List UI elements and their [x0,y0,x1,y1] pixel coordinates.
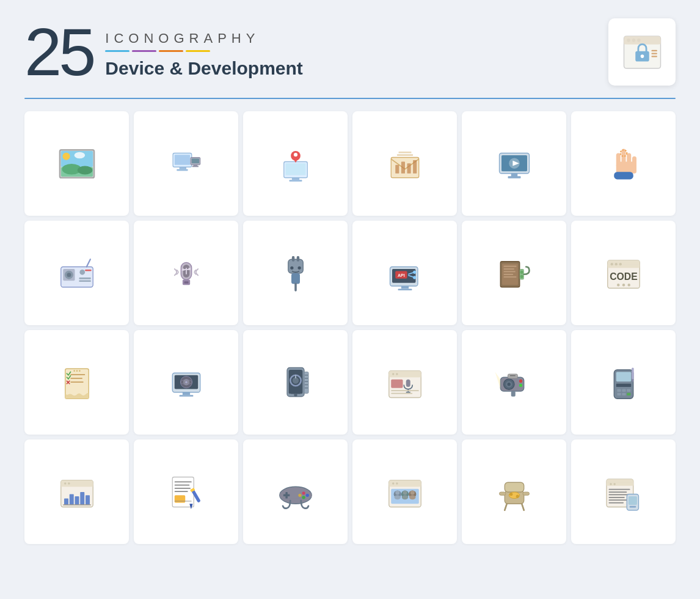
svg-point-208 [395,490,399,494]
device-settings-icon-cell [243,330,348,435]
svg-point-33 [293,153,297,156]
svg-rect-185 [174,484,189,485]
svg-rect-179 [75,496,79,505]
svg-rect-164 [617,389,621,391]
svg-marker-160 [495,372,500,389]
svg-rect-231 [608,491,627,493]
svg-rect-217 [505,482,524,492]
svg-point-139 [300,393,302,395]
svg-point-221 [509,492,512,495]
svg-rect-72 [288,259,303,273]
svg-point-98 [520,274,523,277]
svg-rect-162 [616,372,631,381]
svg-rect-95 [503,276,516,277]
svg-point-103 [614,262,617,265]
svg-rect-166 [627,389,630,391]
svg-rect-38 [407,163,410,174]
svg-point-18 [77,166,92,174]
svg-point-138 [294,393,297,396]
svg-point-228 [610,483,612,485]
svg-rect-30 [291,177,299,180]
video-monitor-icon-cell [462,111,566,216]
header-divider [24,98,676,99]
svg-rect-29 [285,163,305,175]
svg-point-59 [79,269,85,274]
svg-point-7 [640,54,644,58]
data-cable-icon-cell [462,221,566,325]
svg-point-78 [297,266,301,269]
email-stats-icon-cell [352,111,457,216]
svg-rect-93 [503,271,515,272]
svg-point-143 [392,373,395,375]
svg-point-229 [613,483,616,485]
svg-rect-25 [191,158,199,163]
svg-point-175 [64,482,67,485]
svg-rect-23 [177,169,188,171]
svg-point-205 [396,482,398,485]
svg-rect-232 [608,494,629,495]
location-map-icon-cell [243,111,348,216]
svg-rect-196 [285,492,288,499]
title-text: Device & Development [105,58,302,79]
svg-rect-230 [608,488,630,490]
svg-line-219 [522,504,524,510]
video-call-icon-cell [352,439,457,544]
svg-point-215 [409,495,416,499]
svg-rect-189 [174,501,191,502]
svg-point-117 [79,370,81,372]
svg-rect-178 [69,494,73,505]
svg-point-106 [617,284,619,286]
svg-rect-224 [523,492,530,495]
svg-rect-157 [508,374,517,378]
color-bar [105,50,302,52]
svg-point-77 [290,266,293,269]
featured-icon-cell [608,18,676,86]
svg-rect-168 [622,392,625,395]
svg-rect-39 [413,160,417,173]
svg-rect-54 [614,172,633,179]
svg-rect-26 [193,164,197,166]
svg-rect-61 [79,280,90,282]
svg-point-197 [302,491,305,494]
api-doc-icon-cell [571,439,676,544]
gamepad-icon-cell [243,439,348,544]
svg-rect-94 [503,273,513,274]
svg-point-107 [622,284,624,286]
image-icon-cell [24,111,129,216]
svg-rect-169 [627,392,630,395]
svg-line-218 [505,504,507,510]
svg-point-87 [413,270,416,273]
svg-rect-36 [395,164,399,173]
svg-rect-27 [192,166,199,167]
svg-text:CODE: CODE [610,271,638,281]
svg-rect-234 [608,499,628,501]
header-text: ICONOGRAPHY Device & Development [105,18,302,79]
svg-point-4 [632,39,635,42]
svg-rect-52 [616,161,636,173]
svg-point-212 [401,495,408,499]
svg-rect-91 [503,265,516,266]
number-display: 25 [24,18,93,86]
chair-phone-icon-cell [462,439,566,544]
svg-rect-10 [651,56,657,57]
svg-point-115 [73,370,75,372]
svg-rect-149 [391,390,419,391]
svg-rect-187 [174,491,188,492]
svg-rect-165 [622,389,625,391]
svg-rect-9 [651,53,657,54]
svg-rect-170 [632,367,634,379]
svg-point-199 [302,496,305,499]
svg-rect-37 [401,161,404,173]
svg-point-214 [410,490,414,494]
svg-rect-167 [617,392,621,395]
svg-point-154 [507,383,510,386]
svg-rect-181 [86,495,90,505]
svg-point-137 [289,393,291,395]
svg-point-116 [76,370,78,372]
svg-rect-233 [608,496,624,498]
chart-browser-icon-cell [24,439,129,544]
svg-rect-180 [80,492,84,505]
network-icon-cell [134,111,238,216]
svg-point-144 [396,373,398,375]
svg-point-222 [516,494,519,498]
